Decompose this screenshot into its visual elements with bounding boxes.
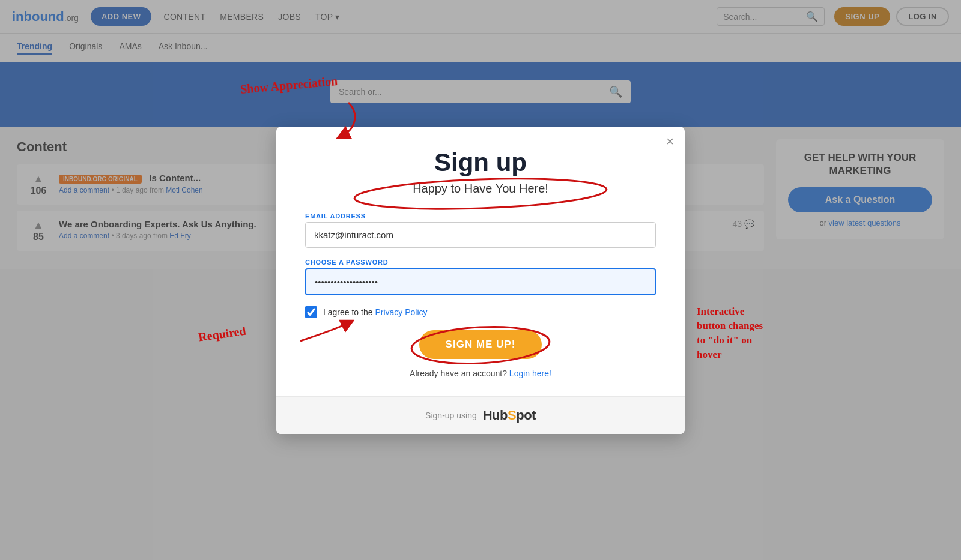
modal-dialog: × Sign up Happy to Have You Here! EMAIL … [276,127,685,269]
email-label: EMAIL ADDRESS [305,212,656,220]
password-form-group: CHOOSE A PASSWORD [305,259,656,269]
password-label: CHOOSE A PASSWORD [305,259,656,266]
email-form-group: EMAIL ADDRESS [305,212,656,248]
annotation-show-appreciation: Show Appreciation [240,74,338,96]
modal-body: Sign up Happy to Have You Here! EMAIL AD… [276,127,685,269]
password-input[interactable] [305,268,656,269]
modal-close-button[interactable]: × [666,135,674,148]
modal-subtitle: Happy to Have You Here! [305,182,656,196]
email-input[interactable] [305,222,656,248]
modal-title: Sign up [305,148,656,177]
modal-overlay: Show Appreciation Required Interactivebu… [0,0,961,269]
